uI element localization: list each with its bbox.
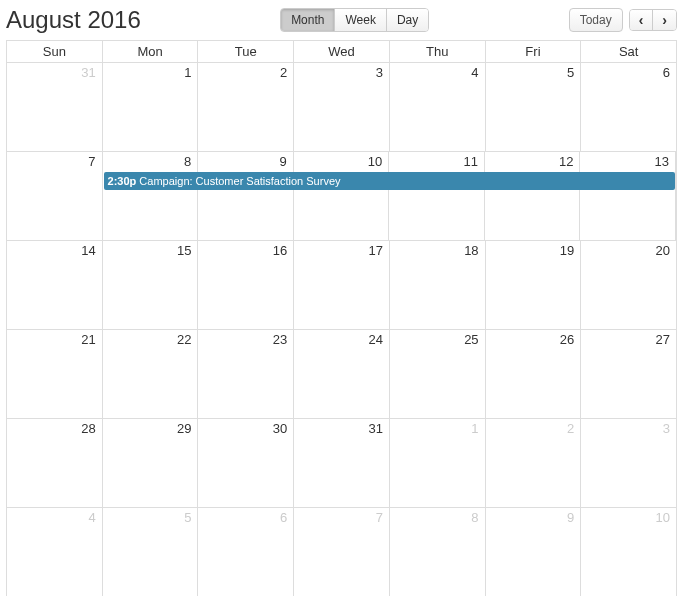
event-time: 2:30p	[108, 175, 137, 187]
calendar-header: August 2016 Month Week Day Today ‹ ›	[6, 6, 677, 34]
day-cell[interactable]: 15	[103, 241, 199, 329]
day-cell[interactable]: 11	[389, 152, 485, 240]
day-cell[interactable]: 7	[294, 508, 390, 596]
day-cell[interactable]: 12	[485, 152, 581, 240]
week-row: 45678910	[7, 508, 676, 596]
event-bar[interactable]: 2:30p Campaign: Customer Satisfaction Su…	[104, 172, 675, 190]
day-header-sun: Sun	[7, 41, 103, 62]
day-cell[interactable]: 9	[486, 508, 582, 596]
day-cell[interactable]: 30	[198, 419, 294, 507]
day-cell[interactable]: 3	[581, 419, 676, 507]
view-switch: Month Week Day	[280, 8, 429, 32]
event-title: Campaign: Customer Satisfaction Survey	[136, 175, 340, 187]
week-row: 31123456	[7, 63, 676, 152]
view-month-button[interactable]: Month	[281, 9, 335, 31]
day-cell[interactable]: 25	[390, 330, 486, 418]
day-cell[interactable]: 27	[581, 330, 676, 418]
view-day-button[interactable]: Day	[387, 9, 428, 31]
next-button[interactable]: ›	[653, 10, 676, 30]
calendar-grid: SunMonTueWedThuFriSat 311234567891011121…	[6, 40, 677, 596]
day-cell[interactable]: 14	[7, 241, 103, 329]
day-cell[interactable]: 5	[103, 508, 199, 596]
day-cell[interactable]: 24	[294, 330, 390, 418]
day-header-wed: Wed	[294, 41, 390, 62]
day-cell[interactable]: 13	[580, 152, 676, 240]
week-row: 14151617181920	[7, 241, 676, 330]
day-cell[interactable]: 3	[294, 63, 390, 151]
day-cell[interactable]: 6	[198, 508, 294, 596]
day-cell[interactable]: 16	[198, 241, 294, 329]
day-header-fri: Fri	[486, 41, 582, 62]
day-cell[interactable]: 6	[581, 63, 676, 151]
day-cell[interactable]: 8	[103, 152, 199, 240]
day-cell[interactable]: 10	[581, 508, 676, 596]
week-row: 789101112132:30p Campaign: Customer Sati…	[7, 152, 676, 241]
week-row: 21222324252627	[7, 330, 676, 419]
day-cell[interactable]: 26	[486, 330, 582, 418]
day-cell[interactable]: 7	[7, 152, 103, 240]
nav-group: Today ‹ ›	[569, 8, 677, 32]
day-header-thu: Thu	[390, 41, 486, 62]
day-cell[interactable]: 29	[103, 419, 199, 507]
day-cell[interactable]: 18	[390, 241, 486, 329]
day-header-row: SunMonTueWedThuFriSat	[7, 41, 676, 63]
day-cell[interactable]: 10	[294, 152, 390, 240]
calendar: August 2016 Month Week Day Today ‹ › Sun…	[0, 0, 683, 596]
week-row: 28293031123	[7, 419, 676, 508]
day-cell[interactable]: 22	[103, 330, 199, 418]
day-cell[interactable]: 2	[198, 63, 294, 151]
day-cell[interactable]: 23	[198, 330, 294, 418]
day-cell[interactable]: 1	[390, 419, 486, 507]
day-header-mon: Mon	[103, 41, 199, 62]
day-cell[interactable]: 17	[294, 241, 390, 329]
day-cell[interactable]: 4	[7, 508, 103, 596]
view-week-button[interactable]: Week	[335, 9, 386, 31]
day-header-tue: Tue	[198, 41, 294, 62]
day-cell[interactable]: 5	[486, 63, 582, 151]
day-cell[interactable]: 2	[486, 419, 582, 507]
day-cell[interactable]: 31	[294, 419, 390, 507]
day-cell[interactable]: 1	[103, 63, 199, 151]
weeks-container: 31123456789101112132:30p Campaign: Custo…	[7, 63, 676, 596]
page-title: August 2016	[6, 6, 141, 34]
day-cell[interactable]: 21	[7, 330, 103, 418]
day-cell[interactable]: 8	[390, 508, 486, 596]
arrow-group: ‹ ›	[629, 9, 677, 31]
today-button[interactable]: Today	[569, 8, 623, 32]
day-cell[interactable]: 28	[7, 419, 103, 507]
day-header-sat: Sat	[581, 41, 676, 62]
day-cell[interactable]: 31	[7, 63, 103, 151]
day-cell[interactable]: 19	[486, 241, 582, 329]
day-cell[interactable]: 9	[198, 152, 294, 240]
prev-button[interactable]: ‹	[630, 10, 654, 30]
day-cell[interactable]: 20	[581, 241, 676, 329]
day-cell[interactable]: 4	[390, 63, 486, 151]
